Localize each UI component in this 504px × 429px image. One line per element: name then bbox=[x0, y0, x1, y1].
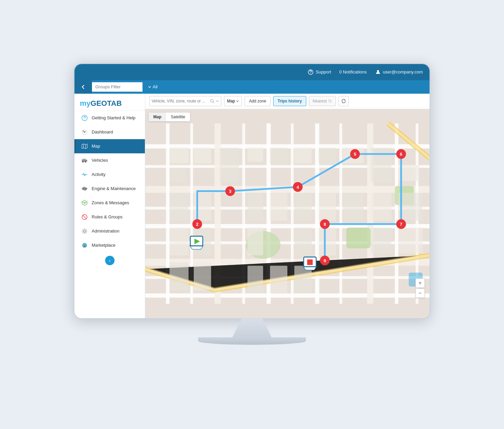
svg-text:5: 5 bbox=[354, 152, 356, 157]
svg-rect-70 bbox=[294, 193, 312, 220]
svg-rect-39 bbox=[145, 293, 430, 297]
notifications-label: 0 Notifications bbox=[339, 69, 367, 74]
svg-marker-90 bbox=[190, 246, 203, 249]
back-button[interactable] bbox=[74, 80, 92, 94]
sidebar-item-rules[interactable]: Rules & Groups bbox=[74, 210, 145, 224]
map-label: Map bbox=[92, 144, 100, 149]
groups-filter-input[interactable] bbox=[92, 82, 143, 92]
search-input[interactable] bbox=[152, 99, 209, 103]
notifications-item[interactable]: 0 Notifications bbox=[339, 69, 367, 74]
sidebar-item-marketplace[interactable]: Marketplace bbox=[74, 238, 145, 252]
search-icon bbox=[210, 99, 214, 103]
all-dropdown[interactable]: All bbox=[148, 84, 157, 89]
sidebar-item-vehicles[interactable]: Vehicles bbox=[74, 153, 145, 167]
svg-point-4 bbox=[84, 119, 85, 119]
sidebar-item-administration[interactable]: Administration bbox=[74, 224, 145, 238]
svg-rect-14 bbox=[83, 187, 87, 190]
vehicles-label: Vehicles bbox=[92, 158, 108, 163]
svg-rect-68 bbox=[248, 193, 263, 220]
svg-rect-61 bbox=[294, 148, 312, 163]
svg-rect-78 bbox=[294, 227, 312, 255]
map-dropdown[interactable]: Map bbox=[224, 96, 242, 106]
svg-rect-82 bbox=[169, 262, 189, 290]
support-item[interactable]: Support bbox=[308, 69, 331, 75]
svg-point-22 bbox=[84, 230, 86, 232]
svg-rect-72 bbox=[343, 193, 364, 220]
sidebar-item-getting-started[interactable]: Getting Started & Help bbox=[74, 111, 145, 125]
nearest-button[interactable]: Nearest bbox=[309, 96, 336, 106]
toolbar: Map Add zone Trips history Nearest bbox=[145, 94, 430, 109]
refresh-icon bbox=[341, 99, 346, 103]
svg-rect-66 bbox=[169, 193, 189, 220]
satellite-view-button[interactable]: Satellite bbox=[166, 113, 190, 121]
svg-point-2 bbox=[377, 70, 379, 72]
sidebar-item-zones[interactable]: Zones & Messages bbox=[74, 196, 145, 210]
svg-rect-77 bbox=[248, 227, 263, 255]
svg-point-25 bbox=[83, 245, 84, 246]
svg-rect-64 bbox=[371, 148, 391, 182]
svg-text:4: 4 bbox=[296, 184, 299, 189]
user-email: user@company.com bbox=[383, 69, 423, 74]
right-panel: Map Add zone Trips history Nearest bbox=[145, 94, 430, 318]
svg-rect-85 bbox=[270, 266, 287, 293]
main-content: myGEOTAB Getting Started & Help bbox=[74, 94, 430, 318]
svg-rect-79 bbox=[319, 227, 336, 255]
zoom-in-button[interactable]: + bbox=[415, 278, 425, 288]
support-icon bbox=[308, 69, 314, 75]
svg-rect-55 bbox=[169, 148, 189, 163]
svg-point-26 bbox=[211, 99, 213, 102]
sidebar-item-map[interactable]: Map bbox=[74, 139, 145, 153]
dropdown-arrow-icon bbox=[216, 99, 219, 103]
svg-rect-81 bbox=[398, 227, 422, 253]
refresh-button[interactable] bbox=[339, 96, 349, 106]
svg-rect-83 bbox=[194, 262, 211, 290]
map-area[interactable]: Map Satellite bbox=[145, 109, 430, 318]
svg-point-12 bbox=[85, 161, 86, 162]
engine-icon bbox=[81, 185, 88, 192]
svg-point-6 bbox=[84, 131, 85, 132]
svg-line-29 bbox=[331, 102, 332, 103]
map-view-button[interactable]: Map bbox=[149, 113, 166, 121]
nearest-search-icon bbox=[328, 99, 332, 103]
user-item[interactable]: user@company.com bbox=[375, 69, 423, 75]
svg-rect-93 bbox=[307, 259, 313, 265]
svg-text:8: 8 bbox=[323, 222, 326, 227]
sidebar-item-dashboard[interactable]: Dashboard bbox=[74, 125, 145, 139]
svg-rect-16 bbox=[87, 188, 87, 189]
add-zone-button[interactable]: Add zone bbox=[245, 96, 271, 106]
zoom-controls: + − bbox=[415, 278, 425, 298]
question-icon bbox=[81, 114, 88, 122]
svg-text:3: 3 bbox=[229, 189, 231, 194]
monitor-wrapper: Support 0 Notifications user@company.com bbox=[67, 63, 437, 366]
svg-text:2: 2 bbox=[196, 222, 198, 227]
svg-marker-95 bbox=[304, 267, 316, 270]
zones-label: Zones & Messages bbox=[92, 200, 129, 205]
map-icon bbox=[81, 143, 88, 150]
svg-rect-56 bbox=[194, 148, 211, 163]
activity-label: Activity bbox=[92, 172, 105, 177]
trips-history-button[interactable]: Trips history bbox=[273, 96, 306, 106]
logo: myGEOTAB bbox=[80, 99, 139, 108]
svg-point-1 bbox=[311, 73, 311, 73]
marketplace-label: Marketplace bbox=[92, 243, 116, 248]
svg-rect-13 bbox=[86, 160, 87, 161]
collapse-sidebar-button[interactable]: › bbox=[105, 256, 115, 265]
nearest-label: Nearest bbox=[313, 99, 327, 103]
svg-rect-73 bbox=[371, 193, 391, 220]
sidebar-item-activity[interactable]: Activity bbox=[74, 167, 145, 182]
sidebar-item-engine[interactable]: Engine & Maintenance bbox=[74, 182, 145, 196]
svg-rect-57 bbox=[169, 168, 185, 182]
sidebar: myGEOTAB Getting Started & Help bbox=[74, 94, 145, 318]
svg-rect-47 bbox=[339, 123, 342, 304]
svg-point-11 bbox=[82, 161, 84, 162]
marketplace-icon bbox=[81, 242, 88, 249]
svg-rect-10 bbox=[83, 159, 86, 160]
svg-rect-58 bbox=[220, 148, 239, 182]
search-wrap bbox=[149, 96, 221, 106]
svg-rect-17 bbox=[84, 187, 85, 187]
user-icon bbox=[375, 69, 381, 75]
logo-area: myGEOTAB bbox=[74, 94, 145, 111]
zoom-out-button[interactable]: − bbox=[415, 288, 425, 298]
top-bar: Support 0 Notifications user@company.com bbox=[74, 64, 430, 80]
logo-geotab: GEOTAB bbox=[91, 99, 122, 108]
